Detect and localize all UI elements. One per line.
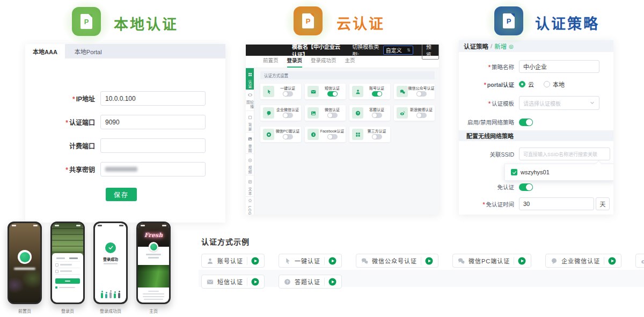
example-button-新浪微博认证[interactable]: 新浪微博认证 [635,254,644,268]
wecom-icon [266,110,272,116]
field-label: *认证端口 [25,117,100,127]
auth-policy-title: 认证策略 [535,12,599,33]
sidebar-item-背景[interactable]: 背景 [246,111,254,132]
masked-secret-field[interactable] [100,162,206,176]
sidebar-item-视频[interactable]: 视频 [246,154,254,175]
image-icon [308,107,319,119]
auth-method-toggle[interactable] [416,91,427,97]
breadcrumb: 认证策略 / 新增 ◎ [459,40,613,52]
text-icon [248,180,252,184]
tab-local-portal[interactable]: 本地Portal [65,44,112,58]
portal-auth-row: *portal认证 云 本地 [459,80,574,89]
page-tab-主页[interactable]: 主页 [345,56,355,68]
auth-method-toggle[interactable] [416,113,427,118]
field-input[interactable] [100,115,206,129]
auth-method-toggle[interactable] [372,134,382,139]
wechat-icon [361,257,368,264]
policy-name-input[interactable] [519,60,599,73]
save-button[interactable]: 保存 [106,188,137,201]
pointer-icon [263,86,274,97]
sidebar-item-label: 视频 [248,166,252,174]
checkbox-checked-icon[interactable] [511,169,517,175]
thirdparty-icon [355,132,361,137]
form-row: *认证端口 [25,115,206,129]
star-icon [248,198,252,203]
field-input[interactable] [100,138,206,153]
weibo-icon [641,257,644,264]
example-button-短信认证[interactable]: 短信认证 [201,275,265,289]
phone-preview-success: 登录成功 登录成功页 [93,222,128,314]
play-icon [328,257,336,265]
phone-label: 前置页 [8,308,42,314]
auth-method-card: 账号认证 [349,84,390,99]
example-button-账号认证[interactable]: 账号认证 [201,254,265,268]
image-icon [311,110,316,116]
auth-examples-section: 认证方式示例 账号认证一键认证微信公众号认证微信PC端认证企业微信认证新浪微博认… [201,236,644,289]
auth-method-toggle[interactable] [327,113,338,118]
auth-method-toggle[interactable] [372,91,382,97]
breadcrumb-root[interactable]: 认证策略 [464,42,488,50]
auth-method-toggle[interactable] [283,113,293,118]
auth-method-toggle[interactable] [283,91,293,97]
auth-method-card: 一键认证 [260,84,301,99]
brand-logo [18,250,32,264]
network-policy-toggle[interactable] [519,119,533,126]
sidebar-item-文本[interactable]: 文本 [246,175,254,197]
ssid-option[interactable]: wszyhys01 [521,169,550,175]
page-tab-前置页[interactable]: 前置页 [263,56,279,68]
auth-method-toggle[interactable] [372,113,382,118]
success-page-screen: 登录成功 [95,223,126,303]
free-auth-toggle[interactable] [519,183,533,191]
local-auth-title: 本地认证 [114,13,178,34]
preview-button[interactable]: 预览 [422,45,439,60]
envelope-icon [308,86,319,97]
auth-method-toggle[interactable] [283,134,293,139]
free-time-input[interactable] [519,197,594,210]
tab-local-aaa[interactable]: 本地AAA [25,44,65,58]
example-button-一键认证[interactable]: 一键认证 [279,254,342,268]
switch-template-label: 切换模板类型: [352,45,379,58]
sidebar-item-认证[interactable]: 认证 [246,68,254,90]
sidebar-item-单图[interactable]: 单图 [246,132,254,154]
radio-cloud-label[interactable]: 云 [528,80,534,89]
example-button-答题认证[interactable]: ?答题认证 [279,275,342,289]
preset-page-screen [9,223,40,303]
field-label: *IP地址 [25,94,100,103]
template-type-select[interactable]: 自定义 ⇅ [383,46,413,55]
play-icon [251,278,259,286]
chevron-down-icon [589,100,595,107]
auth-method-label: 新浪微博认证 [410,108,433,112]
wechat-icon [361,257,368,264]
example-button-微信公众号认证[interactable]: 微信公众号认证 [356,254,438,268]
field-input[interactable] [100,91,206,106]
free-auth-label: 免认证 [497,184,515,190]
auth-method-card: 微信公众号认证 [394,84,435,99]
auth-method-card: ?答题认证 [349,105,390,121]
example-button-微信PC端认证[interactable]: 微信PC端认证 [452,254,531,268]
auth-method-toggle[interactable] [327,91,338,97]
page-tab-登录成功页[interactable]: 登录成功页 [311,56,336,68]
free-time-row: *免认证时间 天 [459,197,610,210]
sidebar-item-LOGO[interactable]: LOGO [246,197,254,215]
wechat-icon [458,257,465,264]
chevron-down-icon [589,100,595,106]
ssid-search-input[interactable] [519,148,610,160]
example-button-企业微信认证[interactable]: 企业微信认证 [545,254,621,268]
auth-method-label: 一键认证 [280,86,295,90]
examples-row-1: 账号认证一键认证微信公众号认证微信PC端认证企业微信认证新浪微博认证 [201,254,644,268]
radio-local-label[interactable]: 本地 [553,80,565,89]
weibo-icon [641,257,644,264]
auth-template-select[interactable]: 请选择认证模板 [519,96,599,110]
auth-method-card: 短信认证 [305,84,346,99]
auth-method-toggle[interactable] [327,134,338,139]
phone-label: 登录成功页 [93,308,128,314]
form-row: 计费端口 [25,138,206,153]
radio-cloud[interactable] [519,81,525,87]
auth-method-card: 微信PC端认证 [260,127,301,142]
pointer-icon [284,257,291,264]
user-icon [352,86,363,97]
envelope-icon [311,89,316,94]
radio-local[interactable] [544,81,550,87]
sidebar-item-轮播图[interactable]: 轮播图 [246,90,254,111]
page-tab-登录页[interactable]: 登录页 [287,56,303,68]
